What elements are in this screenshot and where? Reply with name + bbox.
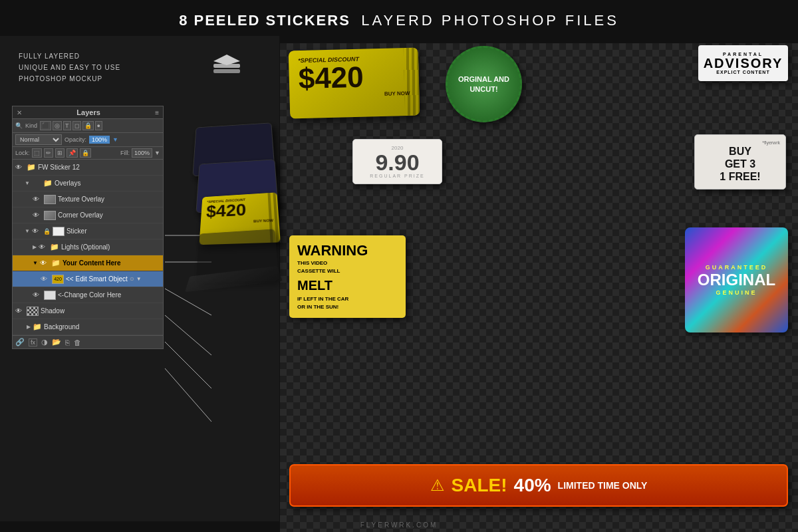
- panel-close[interactable]: ✕: [17, 109, 22, 116]
- lock-indicator: 🔒: [43, 228, 51, 235]
- sticker-buy3-get1: *flyerwrk BUYGET 31 FREE!: [694, 134, 786, 190]
- arrow-right-icon: ▶: [27, 324, 31, 330]
- pixel-icon[interactable]: ⬛: [40, 121, 51, 130]
- lock-pos[interactable]: 📌: [66, 148, 78, 158]
- main-content: FULLY LAYERED UNIQUE AND EASY TO USE PHO…: [0, 36, 798, 521]
- opacity-label: Opacity:: [65, 136, 86, 143]
- fx-icon[interactable]: fx: [29, 338, 37, 346]
- circle-icon[interactable]: ●: [95, 121, 102, 130]
- filter-row: 🔍 Kind ⬛ ◎ T ◻ 🔒 ●: [13, 119, 163, 133]
- layer-smart-object[interactable]: 👁 420 << Edit Smart Object ⊙ ▼: [13, 271, 163, 287]
- layer-your-content[interactable]: ▼ 👁 📁 Your Content Here: [13, 255, 163, 271]
- layer-change-color[interactable]: 👁 <-Change Color Here: [13, 287, 163, 303]
- layer-fw-sticker[interactable]: 👁 📁 FW Sticker 12: [13, 160, 163, 176]
- eye-visible[interactable]: 👁: [39, 243, 48, 251]
- left-panel: FULLY LAYERED UNIQUE AND EASY TO USE PHO…: [0, 36, 279, 521]
- lock-all[interactable]: 🔒: [80, 148, 91, 158]
- lock-label: Lock:: [15, 150, 30, 156]
- arrow-drop[interactable]: ▼: [136, 276, 142, 282]
- sticker-parental-advisory: PARENTAL ADVISORY EXPLICT CONTENT: [698, 45, 788, 81]
- eye-visible[interactable]: 👁: [40, 259, 49, 267]
- eye-visible[interactable]: 👁: [32, 227, 41, 235]
- layer-lights[interactable]: ▶ 👁 📁 Lights (Optional): [13, 239, 163, 255]
- arrow-icon: ▼: [33, 260, 38, 266]
- sticker-sale: ⚠ SALE! 40% LIMITED TIME ONLY: [289, 464, 788, 507]
- desc-line3: PHOTOSHOP MOCKUP: [19, 73, 120, 84]
- buy3-text: BUYGET 31 FREE!: [720, 145, 760, 184]
- folder-icon: 📁: [50, 243, 59, 251]
- layer-background[interactable]: ▶ 📁 Background: [13, 319, 163, 335]
- header-bold: 8 PEELED STICKERS: [179, 12, 350, 29]
- opacity-value[interactable]: 100%: [89, 136, 110, 144]
- eye-visible[interactable]: 👁: [41, 275, 50, 283]
- layer-name: Background: [44, 323, 79, 331]
- card-stack-3d: *SPECIAL DISCOUNT $420 BUY NOW: [193, 122, 279, 408]
- header-light: LAYERD PHOTOSHOP FILES: [361, 12, 619, 29]
- stripes-decoration: [404, 47, 420, 116]
- fill-arrow[interactable]: ▼: [154, 150, 160, 156]
- layer-name: Your Content Here: [63, 259, 121, 267]
- sticker-original-uncut: ORGINAL AND UNCUT!: [446, 46, 522, 122]
- panel-bottom-bar: 🔗 fx ◑ 📂 ⎘ 🗑: [13, 335, 163, 348]
- eye-visible[interactable]: 👁: [15, 307, 25, 315]
- layers-icon: [211, 51, 243, 85]
- layer-thumb-white: [44, 291, 56, 300]
- smart-icon: ⊙: [130, 276, 134, 282]
- explicit-text: EXPLICT CONTENT: [716, 70, 769, 74]
- right-panel: *SPECIAL DISCOUNT $420 BUY NOW ORGINAL A…: [279, 36, 798, 521]
- arrow-right-icon: ▶: [33, 244, 37, 250]
- lock-transform[interactable]: ⬚: [32, 148, 42, 158]
- layer-thumb-white: [53, 227, 65, 236]
- lock-paint[interactable]: ✏: [44, 148, 53, 158]
- layer-sticker[interactable]: ▼ 👁 🔒 Sticker: [13, 223, 163, 239]
- type-icon[interactable]: T: [63, 121, 71, 130]
- fill-label: Fill:: [120, 150, 130, 156]
- price-label: $420: [298, 61, 410, 93]
- panel-menu[interactable]: ≡: [155, 109, 159, 116]
- smart-thumb: 420: [52, 275, 64, 284]
- layer-name: Lights (Optional): [61, 243, 110, 251]
- panel-title: Layers: [22, 108, 155, 116]
- link-icon[interactable]: 🔗: [15, 338, 25, 346]
- header: 8 PEELED STICKERS LAYERD PHOTOSHOP FILES: [0, 0, 798, 36]
- layer-name: <-Change Color Here: [58, 291, 121, 299]
- eye-visible[interactable]: 👁: [15, 164, 25, 171]
- trash-icon[interactable]: 🗑: [74, 338, 81, 346]
- layer-name: Overlays: [55, 180, 80, 187]
- sale-text: SALE!: [452, 475, 507, 496]
- eye-visible[interactable]: 👁: [33, 211, 42, 219]
- eye-visible[interactable]: 👁: [33, 291, 42, 299]
- adjustment-icon[interactable]: ◑: [41, 338, 48, 346]
- desc-line1: FULLY LAYERED: [19, 51, 120, 62]
- shape-icon[interactable]: ◻: [72, 121, 81, 130]
- layer-overlays[interactable]: ▼ 📁 Overlays: [13, 176, 163, 192]
- duplicate-icon[interactable]: ⎘: [65, 338, 70, 346]
- adjust-icon[interactable]: ◎: [53, 121, 62, 130]
- fill-value[interactable]: 100%: [132, 148, 152, 158]
- flyerwrk-brand: *flyerwrk: [762, 140, 780, 145]
- svg-marker-2: [213, 55, 240, 65]
- arrow-icon: ▼: [25, 228, 30, 234]
- lock-row: Lock: ⬚ ✏ ⊞ 📌 🔒 Fill: 100% ▼: [13, 147, 163, 160]
- sticker-price-tag: 2020 9.90 REGULAR PRIZE: [352, 139, 442, 184]
- layer-shadow[interactable]: 👁 Shadow: [13, 303, 163, 319]
- lock-artboard[interactable]: ⊞: [55, 148, 65, 158]
- original-text: ORGINAL AND UNCUT!: [448, 74, 520, 94]
- holo-guaranteed-top: GUARANTEED: [706, 264, 768, 271]
- holo-genuine: GENUINE: [716, 289, 757, 296]
- folder-new-icon[interactable]: 📂: [52, 338, 61, 346]
- description-text: FULLY LAYERED UNIQUE AND EASY TO USE PHO…: [19, 51, 120, 84]
- layer-thumb: [44, 211, 56, 220]
- opacity-arrow[interactable]: ▼: [112, 136, 118, 143]
- price-number: 9.90: [375, 151, 419, 174]
- eye-visible[interactable]: 👁: [33, 196, 42, 203]
- layer-thumb: [44, 195, 56, 204]
- layer-corner-overlay[interactable]: 👁 Corner Overlay: [13, 207, 163, 223]
- layer-texture-overlay[interactable]: 👁 Texture Overlay: [13, 192, 163, 207]
- blend-mode-select[interactable]: Normal: [15, 134, 62, 145]
- layer-name: Corner Overlay: [58, 211, 103, 219]
- desc-line2: UNIQUE AND EASY TO USE: [19, 62, 120, 73]
- blending-row: Normal Opacity: 100% ▼: [13, 133, 163, 147]
- lock-icon[interactable]: 🔒: [82, 121, 94, 130]
- sticker-special-discount: *SPECIAL DISCOUNT $420 BUY NOW: [289, 47, 420, 118]
